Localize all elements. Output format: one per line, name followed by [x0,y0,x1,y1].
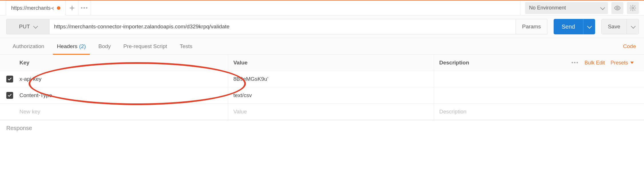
environment-label: No Environment [529,5,566,11]
header-key-input[interactable]: x-api-key [19,71,228,87]
params-button[interactable]: Params [516,19,547,34]
request-tab-label: https://merchants-con [11,5,53,11]
chevron-down-icon [587,24,592,29]
unsaved-indicator-icon [57,6,60,10]
header-description-input[interactable]: Description [434,104,644,120]
params-label: Params [522,23,541,30]
request-builder: PUT https://merchants-connector-importer… [0,15,644,38]
chevron-down-icon [33,24,38,29]
table-row: Content-Type text/csv [0,87,644,104]
send-options-button[interactable] [583,19,595,34]
environment-quicklook-button[interactable] [611,2,623,14]
th-key: Key [19,55,228,71]
chevron-down-icon [631,24,635,29]
headers-table: Key Value Description ••• Bulk Edit Pres… [0,55,644,120]
code-link[interactable]: Code [623,43,638,50]
header-value-input[interactable]: Value [228,104,434,120]
environment-select[interactable]: No Environment [525,2,608,14]
ellipsis-icon: ••• [81,5,88,11]
tab-headers-count: (2) [79,43,86,50]
table-row-new: New key Value Description [0,104,644,120]
chevron-down-icon [600,5,605,10]
save-button[interactable]: Save [601,19,627,34]
builder-tabs: Authorization Headers (2) Body Pre-reque… [0,38,644,55]
tab-prerequest[interactable]: Pre-request Script [117,38,173,55]
row-enabled-checkbox[interactable] [6,76,13,82]
save-options-button[interactable] [627,19,639,34]
tab-tests[interactable]: Tests [173,38,198,55]
header-value-input[interactable]: text/csv [228,87,434,103]
gear-icon [629,5,636,11]
tab-authorization[interactable]: Authorization [6,38,51,55]
table-row: x-api-key 8B9eMGsK9u’ [0,71,644,87]
send-label: Send [562,23,575,30]
svg-point-1 [632,7,634,9]
save-label: Save [608,23,620,30]
header-description-input[interactable] [434,87,644,103]
presets-dropdown[interactable]: Presets [611,60,634,66]
http-method-label: PUT [19,23,30,30]
new-tab-button[interactable] [66,1,78,15]
send-button[interactable]: Send [554,19,583,34]
tab-options-button[interactable]: ••• [78,1,91,15]
check-icon [7,77,12,81]
tab-body[interactable]: Body [92,38,117,55]
tab-bar: https://merchants-con ••• No Environment [0,1,644,15]
check-icon [7,93,12,98]
th-value: Value [228,55,434,71]
request-tab[interactable]: https://merchants-con [6,1,66,15]
row-enabled-checkbox[interactable] [6,92,13,99]
th-description: Description ••• Bulk Edit Presets [434,55,644,71]
http-method-select[interactable]: PUT [6,19,49,34]
svg-point-0 [617,7,618,9]
bulk-edit-link[interactable]: Bulk Edit [585,60,605,66]
header-key-input[interactable]: Content-Type [19,87,228,103]
headers-table-header: Key Value Description ••• Bulk Edit Pres… [0,55,644,71]
response-title: Response [6,125,32,131]
row-options-button[interactable]: ••• [571,60,579,66]
caret-down-icon [630,62,634,64]
right-toolbar: No Environment [520,1,644,15]
header-value-input[interactable]: 8B9eMGsK9u’ [228,71,434,87]
settings-button[interactable] [627,2,639,14]
request-url-text: https://merchants-connector-importer.zal… [54,23,230,30]
eye-icon [614,5,621,11]
header-key-input[interactable]: New key [19,104,228,120]
header-description-input[interactable] [434,71,644,87]
tab-headers[interactable]: Headers (2) [51,38,92,55]
response-pane: Response [0,120,644,136]
tab-headers-label: Headers [57,43,77,50]
request-url-input[interactable]: https://merchants-connector-importer.zal… [49,19,516,34]
